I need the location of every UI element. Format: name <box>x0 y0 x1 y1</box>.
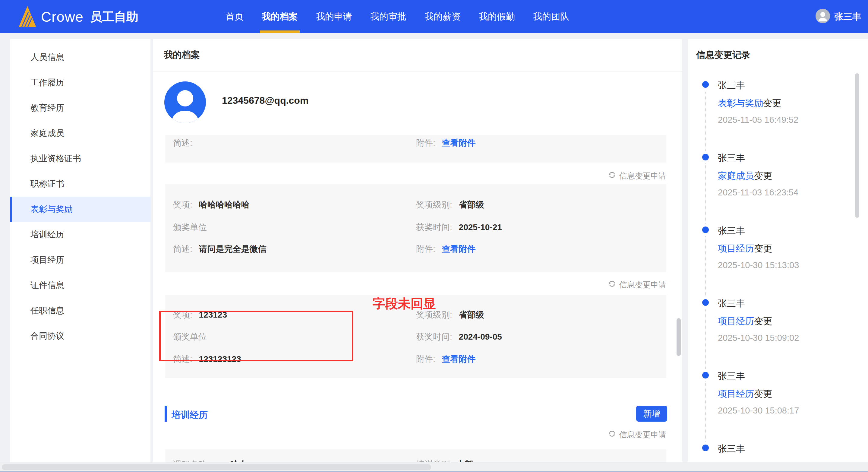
change-request-label: 信息变更申请 <box>619 171 666 181</box>
main-nav-menu: 首页 我的档案 我的申请 我的审批 我的薪资 我的假勤 我的团队 <box>225 0 569 33</box>
sidebar-item-projects[interactable]: 项目经历 <box>10 247 150 273</box>
record-change-target[interactable]: 项目经历 <box>718 316 754 326</box>
record-timestamp: 2025-10-30 15:08:17 <box>718 406 799 416</box>
record-change-suffix: 变更 <box>763 98 781 108</box>
record-change-target[interactable]: 项目经历 <box>718 389 754 399</box>
annotation-text: 字段未回显 <box>373 295 445 312</box>
award-level-label: 奖项级别: <box>416 200 452 209</box>
training-section-title: 培训经历 <box>172 409 208 421</box>
record-user-name: 张三丰 <box>718 152 745 165</box>
attachment-label: 附件: <box>416 354 435 364</box>
horizontal-scrollbar-thumb[interactable] <box>2 464 431 470</box>
add-button[interactable]: 新增 <box>636 406 667 422</box>
change-request-link[interactable]: 信息变更申请 <box>608 280 666 290</box>
timeline-dot <box>702 154 709 160</box>
attachment-label: 附件: <box>416 138 435 147</box>
main-scrollbar-thumb[interactable] <box>677 318 681 356</box>
record-change-suffix: 变更 <box>754 389 772 399</box>
user-avatar-icon <box>815 9 830 24</box>
sync-icon <box>608 279 616 290</box>
nav-item-my-profile[interactable]: 我的档案 <box>262 0 298 33</box>
nav-item-home[interactable]: 首页 <box>225 0 244 33</box>
record-change-suffix: 变更 <box>754 243 772 253</box>
award-org-label: 颁奖单位 <box>173 223 207 232</box>
change-request-link[interactable]: 信息变更申请 <box>608 171 666 181</box>
profile-section-sidebar: 人员信息 工作履历 教育经历 家庭成员 执业资格证书 职称证书 表彰与奖励 培训… <box>10 39 150 472</box>
page-title: 我的档案 <box>164 49 200 61</box>
change-request-link[interactable]: 信息变更申请 <box>608 430 666 439</box>
horizontal-scrollbar-track[interactable] <box>0 462 868 472</box>
brief-label: 简述: <box>173 244 192 254</box>
award-value: 哈哈哈哈哈哈 <box>199 200 250 209</box>
record-timestamp: 2025-11-05 16:49:52 <box>718 115 798 125</box>
view-attachment-link[interactable]: 查看附件 <box>442 244 476 254</box>
award-date-value: 2025-10-21 <box>459 223 502 232</box>
award-label: 奖项: <box>173 200 192 209</box>
record-change-link[interactable]: 表彰与奖励变更 <box>718 97 781 110</box>
record-change-target[interactable]: 家庭成员 <box>718 171 754 181</box>
profile-avatar-icon <box>164 82 206 123</box>
timeline-connector <box>705 164 706 224</box>
annotation-highlight-box <box>159 311 353 361</box>
user-name: 张三丰 <box>834 10 861 23</box>
award-date-label: 获奖时间: <box>416 223 452 232</box>
timeline-connector <box>705 309 706 369</box>
header-divider <box>153 71 682 71</box>
nav-item-my-salary[interactable]: 我的薪资 <box>425 0 461 33</box>
record-change-link[interactable]: 家庭成员变更 <box>718 170 772 182</box>
change-records-title: 信息变更记录 <box>696 49 750 61</box>
sidebar-item-personnel-info[interactable]: 人员信息 <box>10 45 150 70</box>
change-records-panel: 信息变更记录 张三丰 表彰与奖励变更 2025-11-05 16:49:52 张… <box>688 39 868 465</box>
timeline-dot <box>702 227 709 233</box>
change-request-label: 信息变更申请 <box>619 430 666 440</box>
sidebar-item-work-history[interactable]: 工作履历 <box>10 70 150 95</box>
section-accent-bar <box>165 406 167 422</box>
attachment-label: 附件: <box>416 244 435 254</box>
view-attachment-link[interactable]: 查看附件 <box>442 138 476 147</box>
timeline-dot <box>702 299 709 306</box>
timeline-connector <box>705 236 706 296</box>
record-change-target[interactable]: 表彰与奖励 <box>718 98 763 108</box>
sidebar-item-education[interactable]: 教育经历 <box>10 95 150 121</box>
nav-item-my-team[interactable]: 我的团队 <box>533 0 569 33</box>
brand-name: Crowe <box>41 8 84 25</box>
sidebar-item-family-members[interactable]: 家庭成员 <box>10 121 150 146</box>
record-change-link[interactable]: 项目经历变更 <box>718 315 772 328</box>
sidebar-item-id-documents[interactable]: 证件信息 <box>10 273 150 298</box>
record-timestamp: 2025-11-03 16:23:54 <box>718 187 798 198</box>
record-change-link[interactable]: 项目经历变更 <box>718 388 772 400</box>
record-user-name: 张三丰 <box>718 225 745 237</box>
award-card: 奖项: 哈哈哈哈哈哈 奖项级别: 省部级 颁奖单位 获奖时间: 2025-10-… <box>165 184 666 272</box>
timeline-dot <box>702 81 709 88</box>
nav-item-my-attendance[interactable]: 我的假勤 <box>479 0 515 33</box>
sidebar-item-training[interactable]: 培训经历 <box>10 222 150 247</box>
award-level-value: 省部级 <box>459 200 484 209</box>
nav-item-my-approvals[interactable]: 我的审批 <box>370 0 406 33</box>
sidebar-item-awards[interactable]: 表彰与奖励 <box>10 197 150 222</box>
nav-item-my-requests[interactable]: 我的申请 <box>316 0 352 33</box>
sync-icon <box>608 430 616 440</box>
crowe-logo-icon <box>18 5 37 28</box>
change-request-label: 信息变更申请 <box>619 279 666 290</box>
brief-label: 简述: <box>173 138 192 147</box>
brand-product-name: 员工自助 <box>90 8 138 25</box>
record-user-name: 张三丰 <box>718 370 745 382</box>
record-change-link[interactable]: 项目经历变更 <box>718 242 772 255</box>
sidebar-item-practice-certificates[interactable]: 执业资格证书 <box>10 146 150 171</box>
sidebar-item-contracts[interactable]: 合同协议 <box>10 323 150 349</box>
award-card-partial: 简述: 附件: 查看附件 <box>165 135 666 163</box>
my-profile-panel: 我的档案 12345678@qq.com 简述: 附件: 查看附件 <box>153 39 682 472</box>
record-user-name: 张三丰 <box>718 79 745 92</box>
record-change-target[interactable]: 项目经历 <box>718 243 754 253</box>
sync-icon <box>608 171 616 181</box>
view-attachment-link[interactable]: 查看附件 <box>442 354 476 364</box>
record-timestamp: 2025-10-30 15:09:02 <box>718 333 799 343</box>
record-change-suffix: 变更 <box>754 171 772 181</box>
timeline-connector <box>705 382 706 442</box>
records-scrollbar-thumb[interactable] <box>855 73 859 218</box>
top-nav-bar: Crowe 员工自助 首页 我的档案 我的申请 我的审批 我的薪资 我的假勤 我… <box>0 0 868 33</box>
sidebar-item-title-certificates[interactable]: 职称证书 <box>10 171 150 197</box>
brand[interactable]: Crowe 员工自助 <box>18 0 138 33</box>
user-menu[interactable]: 张三丰 <box>815 0 861 33</box>
sidebar-item-position-info[interactable]: 任职信息 <box>10 298 150 323</box>
